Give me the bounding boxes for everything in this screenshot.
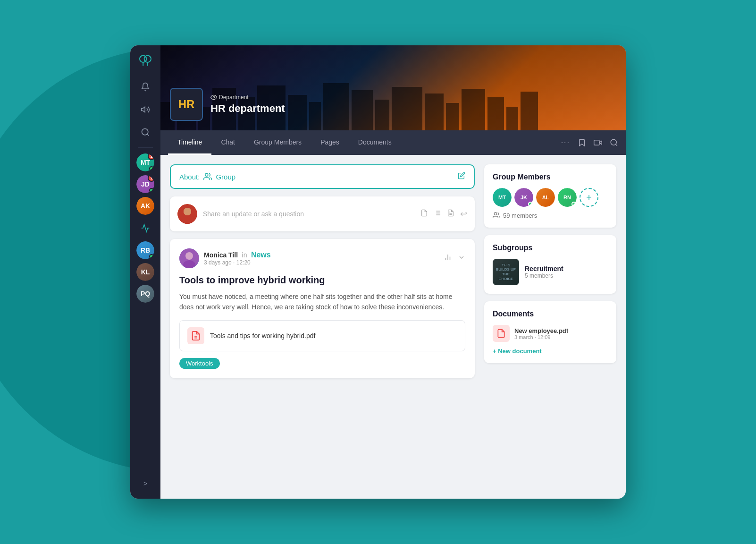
group-type: Department: [210, 94, 285, 101]
tab-timeline[interactable]: Timeline: [168, 130, 211, 155]
subgroup-item[interactable]: THIS BUILDS UP THE CHOICE Recruitment 5 …: [493, 259, 608, 285]
about-label: About:: [179, 173, 200, 181]
post-input-field[interactable]: Share an update or ask a question: [203, 210, 415, 218]
list-icon[interactable]: [434, 209, 441, 219]
tab-group-members[interactable]: Group Members: [244, 130, 311, 155]
post-channel[interactable]: News: [251, 251, 271, 259]
badge-1: 1: [148, 153, 154, 160]
search-nav-button[interactable]: [610, 138, 618, 147]
video-button[interactable]: [594, 138, 602, 147]
sidebar-expand-button[interactable]: >: [136, 474, 155, 493]
group-logo: HR: [170, 88, 203, 121]
svg-marker-26: [599, 141, 602, 144]
online-indicator-2: [149, 188, 154, 193]
svg-rect-13: [288, 95, 307, 130]
subgroup-info: Recruitment 5 members: [525, 265, 563, 279]
user-avatar-6[interactable]: PQ: [136, 285, 154, 303]
svg-point-5: [142, 129, 148, 135]
doc-item[interactable]: New employee.pdf 3 march · 12:09: [493, 325, 608, 342]
user-avatar-2[interactable]: JD 1: [136, 175, 154, 193]
pdf-icon: [187, 327, 204, 344]
post-author-line: Monica Till in News: [204, 251, 271, 259]
subgroup-name: Recruitment: [525, 265, 563, 272]
pdf-filename: Tools and tips for working hybrid.pdf: [210, 332, 315, 340]
svg-rect-19: [425, 94, 444, 130]
content-area: About: Group: [160, 155, 626, 499]
subgroups-card: Subgroups THIS BUILDS UP THE CHOICE Recr…: [484, 235, 616, 294]
new-document-button[interactable]: + New document: [493, 348, 608, 355]
add-member-button[interactable]: +: [580, 188, 598, 207]
tab-documents[interactable]: Documents: [349, 130, 401, 155]
online-indicator-1: [149, 166, 154, 171]
documents-card: Documents New employee.pdf 3 march · 12:…: [484, 301, 616, 363]
search-icon[interactable]: [136, 123, 155, 142]
badge-2: 1: [148, 175, 154, 182]
about-box: About: Group: [170, 164, 475, 189]
post-tag[interactable]: Worktools: [179, 358, 465, 369]
notification-icon[interactable]: [136, 77, 155, 96]
member-avatar-3[interactable]: AL: [536, 188, 555, 207]
svg-line-29: [615, 144, 617, 145]
post-author-avatar[interactable]: [179, 248, 199, 268]
members-count-text: 59 members: [503, 212, 537, 219]
member-avatar-2[interactable]: JK: [514, 188, 533, 207]
group-members-card: Group Members MT JK AL RN: [484, 164, 616, 228]
post-header: Monica Till in News 3 days ago · 12:20: [179, 248, 465, 268]
user-avatar-5[interactable]: KL: [136, 263, 154, 281]
group-type-label: Department: [219, 94, 249, 101]
post-card: Monica Till in News 3 days ago · 12:20: [170, 239, 475, 378]
user-avatar-1[interactable]: MT 1: [136, 153, 154, 171]
attach-file-icon[interactable]: [420, 209, 428, 219]
svg-point-30: [205, 173, 208, 176]
more-options-button[interactable]: ···: [561, 138, 570, 147]
group-name-heading: HR department: [210, 102, 285, 115]
bookmark-button[interactable]: [578, 138, 586, 147]
megaphone-icon[interactable]: [136, 100, 155, 119]
share-icon[interactable]: ↩: [460, 209, 467, 219]
documents-title: Documents: [493, 310, 608, 318]
svg-point-25: [213, 96, 215, 98]
user-avatar-4[interactable]: RB: [136, 241, 154, 259]
group-members-title: Group Members: [493, 173, 608, 181]
pdf-attachment[interactable]: Tools and tips for working hybrid.pdf: [179, 320, 465, 351]
members-row: MT JK AL RN: [493, 188, 608, 207]
svg-rect-18: [392, 87, 422, 130]
about-box-left: About: Group: [179, 172, 235, 181]
doc-date: 3 march · 12:09: [514, 334, 568, 340]
online-indicator-4: [149, 254, 154, 259]
subgroup-thumbnail: THIS BUILDS UP THE CHOICE: [493, 259, 519, 285]
svg-rect-21: [462, 89, 485, 130]
post-title: Tools to improve hybrid working: [179, 275, 465, 286]
post-expand-icon[interactable]: [458, 254, 465, 263]
member-avatar-1[interactable]: MT: [493, 188, 512, 207]
nav-actions: ···: [561, 138, 618, 147]
post-input-box: Share an update or ask a question: [170, 196, 475, 231]
svg-rect-17: [375, 100, 389, 130]
analytics-icon[interactable]: [136, 219, 155, 238]
user-avatar-3[interactable]: AK: [136, 197, 154, 215]
sidebar: MT 1 JD 1 AK RB KL PQ >: [130, 45, 160, 499]
nav-tabs: Timeline Chat Group Members Pages Docume…: [160, 130, 626, 155]
edit-about-button[interactable]: [458, 172, 465, 181]
doc-icon[interactable]: [447, 209, 454, 219]
post-analytics-icon[interactable]: [444, 253, 452, 264]
subgroup-members-count: 5 members: [525, 272, 563, 279]
post-timestamp: 3 days ago · 12:20: [204, 259, 271, 266]
svg-rect-24: [521, 92, 538, 130]
svg-point-34: [184, 208, 191, 215]
right-sidebar: Group Members MT JK AL RN: [484, 164, 616, 489]
app-logo[interactable]: [136, 51, 155, 70]
svg-rect-14: [309, 102, 321, 130]
post-body: You must have noticed, a meeting where o…: [179, 291, 465, 313]
svg-marker-4: [142, 107, 145, 112]
svg-rect-27: [594, 140, 599, 145]
post-header-right: [444, 253, 465, 264]
feed-column: About: Group: [170, 164, 475, 489]
member-avatar-4[interactable]: RN: [558, 188, 577, 207]
current-user-avatar: [177, 204, 197, 224]
svg-rect-23: [506, 107, 518, 130]
tab-pages[interactable]: Pages: [311, 130, 349, 155]
doc-pdf-icon: [493, 325, 510, 342]
tab-chat[interactable]: Chat: [211, 130, 244, 155]
group-text: Department HR department: [210, 94, 285, 115]
